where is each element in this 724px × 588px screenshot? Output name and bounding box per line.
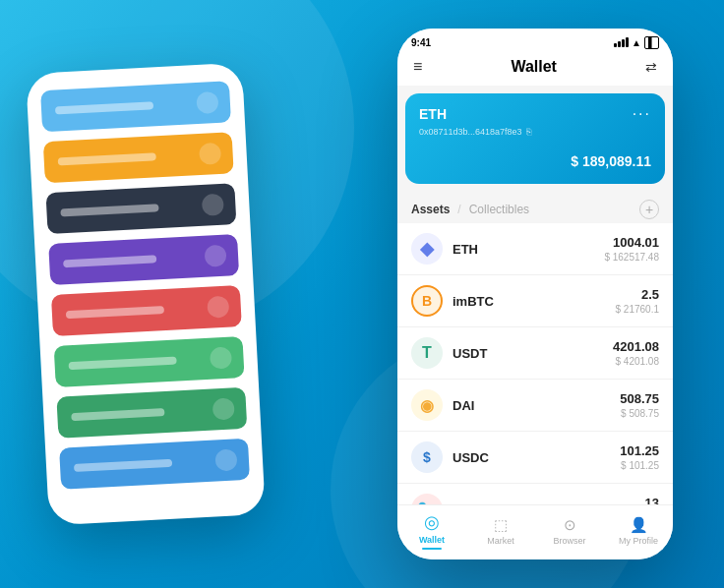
browser-nav-icon: ⊙ [564,516,576,534]
dai-amounts: 508.75 $ 508.75 [620,391,659,419]
asset-item-tft[interactable]: 🐦 TFT 13 0 [397,484,673,504]
usdc-name: USDC [452,450,620,465]
usdt-icon: T [411,337,443,369]
menu-icon[interactable]: ≡ [413,58,422,76]
status-icons: ▲ ▌ [614,36,659,49]
usdc-usd: $ 101.25 [620,460,659,471]
add-asset-button[interactable]: + [639,200,659,219]
imbtc-usd: $ 21760.1 [616,304,660,315]
wallet-nav-label: Wallet [419,535,445,545]
tft-amount: 13 [645,496,659,504]
browser-nav-label: Browser [553,536,585,546]
left-row-6 [54,336,245,387]
eth-card-top: ETH ··· [419,105,651,123]
nav-active-indicator [422,548,442,550]
left-row-8 [59,439,250,490]
market-nav-label: Market [487,536,514,546]
wifi-icon: ▲ [632,37,641,48]
right-phone: 9:41 ▲ ▌ ≡ Wallet ⇄ ETH ··· 0x08711d3b..… [397,29,673,559]
tft-amounts: 13 0 [645,496,659,504]
tft-icon: 🐦 [411,494,443,504]
usdt-usd: $ 4201.08 [613,356,659,367]
assets-header: Assets / Collectibles + [397,192,673,223]
market-nav-icon: ⬚ [494,516,508,534]
copy-icon[interactable]: ⎘ [526,127,531,137]
header-title: Wallet [511,58,557,76]
eth-name: ETH [452,242,604,257]
usdc-amounts: 101.25 $ 101.25 [620,443,659,471]
left-row-2 [43,132,234,183]
asset-item-usdt[interactable]: T USDT 4201.08 $ 4201.08 [397,327,673,380]
usdt-amount: 4201.08 [613,339,659,354]
tab-collectibles[interactable]: Collectibles [469,203,529,216]
dai-name: DAI [452,398,620,413]
left-row-7 [56,387,247,439]
eth-balance: $ 189,089.11 [419,147,651,172]
signal-icon [614,37,629,47]
eth-amounts: 1004.01 $ 162517.48 [604,235,659,263]
eth-icon: ◆ [411,233,443,265]
asset-item-eth[interactable]: ◆ ETH 1004.01 $ 162517.48 [397,223,673,275]
asset-item-imbtc[interactable]: B imBTC 2.5 $ 21760.1 [397,275,673,327]
asset-list: ◆ ETH 1004.01 $ 162517.48 B imBTC 2.5 $ … [397,223,673,504]
asset-item-dai[interactable]: ◉ DAI 508.75 $ 508.75 [397,380,673,432]
left-row-1 [40,81,231,132]
phone-header: ≡ Wallet ⇄ [397,52,673,86]
tab-assets[interactable]: Assets [411,203,450,216]
left-row-3 [45,183,236,234]
bottom-nav: ◎ Wallet ⬚ Market ⊙ Browser 👤 My Profile [397,504,673,559]
dai-icon: ◉ [411,389,443,421]
tab-divider: / [457,203,460,216]
dai-usd: $ 508.75 [620,408,659,419]
status-bar: 9:41 ▲ ▌ [397,29,673,52]
eth-card: ETH ··· 0x08711d3b...6418a7f8e3 ⎘ $ 189,… [405,93,665,184]
profile-nav-icon: 👤 [630,516,648,534]
profile-nav-label: My Profile [619,536,658,546]
eth-address: 0x08711d3b...6418a7f8e3 ⎘ [419,127,651,137]
eth-menu-dots[interactable]: ··· [633,105,651,123]
nav-market[interactable]: ⬚ Market [466,516,535,546]
imbtc-amounts: 2.5 $ 21760.1 [616,287,660,315]
left-row-5 [51,285,242,336]
usdc-icon: $ [411,441,443,473]
nav-browser[interactable]: ⊙ Browser [535,516,604,546]
nav-wallet[interactable]: ◎ Wallet [397,511,466,550]
eth-amount: 1004.01 [604,235,659,250]
swap-icon[interactable]: ⇄ [645,59,657,75]
usdc-amount: 101.25 [620,443,659,458]
left-row-4 [48,234,239,285]
status-time: 9:41 [411,37,431,48]
eth-usd: $ 162517.48 [604,252,659,263]
eth-label: ETH [419,106,447,122]
imbtc-icon: B [411,285,443,317]
asset-item-usdc[interactable]: $ USDC 101.25 $ 101.25 [397,432,673,484]
usdt-amounts: 4201.08 $ 4201.08 [613,339,659,367]
dai-amount: 508.75 [620,391,659,406]
imbtc-name: imBTC [452,294,616,309]
battery-icon: ▌ [644,36,659,49]
assets-tabs: Assets / Collectibles [411,203,529,216]
left-phone [26,63,266,526]
imbtc-amount: 2.5 [616,287,660,302]
wallet-nav-icon: ◎ [424,511,440,533]
nav-profile[interactable]: 👤 My Profile [604,516,673,546]
usdt-name: USDT [452,346,613,361]
